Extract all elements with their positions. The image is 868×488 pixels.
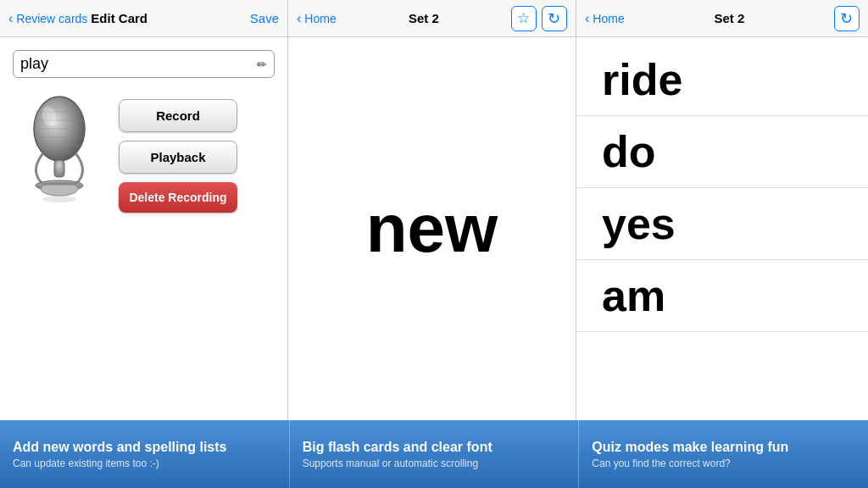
bottom-banners: Add new words and spelling lists Can upd… [0,420,868,488]
banner-1-subtitle: Can update existing items too :-) [13,458,276,469]
back-label-2[interactable]: Home [304,12,336,25]
pencil-icon[interactable]: ✏ [257,58,267,71]
banner-1-title: Add new words and spelling lists [13,440,276,455]
refresh-button-left[interactable]: ↻ [542,6,567,31]
list-item: am [576,260,868,332]
set2-title-right: Set 2 [714,11,744,25]
nav-home-left: ‹ Home [297,11,337,26]
banner-2-title: Big flash cards and clear font [303,440,566,455]
list-item: do [576,116,868,188]
banner-1: Add new words and spelling lists Can upd… [0,420,290,488]
list-item: ride [576,37,868,116]
flash-card-panel: new [288,37,576,420]
nav-section-edit: ‹ Review cards Edit Card Save [0,0,288,36]
flash-card-word: new [366,190,498,268]
nav-icons-right: ↻ [834,6,860,31]
nav-section-set2-left: ‹ Home Set 2 ☆ ↻ [288,0,576,36]
word-input[interactable] [20,55,257,73]
nav-home-right: ‹ Home [585,11,625,26]
set2-title-left: Set 2 [409,11,439,25]
save-button[interactable]: Save [250,11,279,25]
list-item: yes [576,188,868,260]
svg-rect-7 [54,160,64,177]
word-list-panel: ride do yes am [576,37,868,420]
top-navigation: ‹ Review cards Edit Card Save ‹ Home Set… [0,0,868,37]
banner-3: Quiz modes make learning fun Can you fin… [579,420,868,488]
word-input-row: ✏ [13,50,275,78]
banner-2: Big flash cards and clear font Supports … [290,420,580,488]
star-button[interactable]: ☆ [511,6,537,31]
star-icon: ☆ [517,9,530,27]
main-content: ✏ [0,37,868,420]
banner-3-subtitle: Can you find the correct word? [592,458,855,469]
nav-back-area: ‹ Review cards Edit Card [8,11,147,26]
microphone-image [13,91,106,218]
back-label-3[interactable]: Home [593,12,624,25]
back-icon-2: ‹ [297,11,301,26]
svg-point-10 [42,196,76,202]
back-label-1[interactable]: Review cards [16,12,87,25]
edit-card-title: Edit Card [91,11,147,25]
edit-card-panel: ✏ [0,37,288,420]
back-icon-1: ‹ [8,11,13,26]
refresh-icon-left: ↻ [548,9,560,28]
banner-3-title: Quiz modes make learning fun [592,440,855,455]
nav-icons-left: ☆ ↻ [511,6,567,31]
refresh-button-right[interactable]: ↻ [834,6,860,31]
record-buttons: Record Playback Delete Recording [119,99,237,213]
playback-button[interactable]: Playback [119,141,237,174]
banner-2-subtitle: Supports manual or automatic scrolling [303,458,566,469]
back-icon-3: ‹ [585,11,589,26]
mic-svg [17,91,102,218]
refresh-icon-right: ↻ [840,9,853,28]
nav-section-set2-right: ‹ Home Set 2 ↻ [576,0,868,36]
record-button[interactable]: Record [119,99,237,132]
delete-recording-button[interactable]: Delete Recording [119,182,237,213]
mic-record-area: Record Playback Delete Recording [13,91,275,218]
